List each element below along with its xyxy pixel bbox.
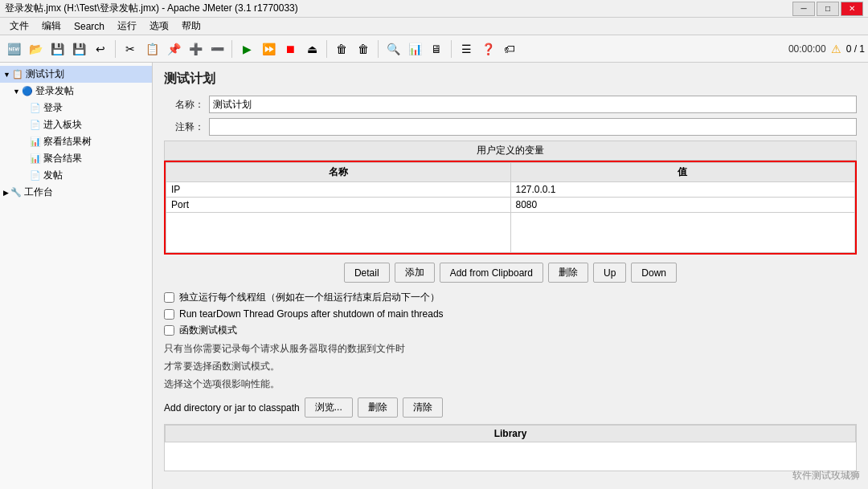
comment-input[interactable] [209,118,857,136]
tree-item-agg-results[interactable]: ▶ 📊 聚合结果 [0,150,152,167]
toolbar-help-button[interactable]: ❓ [477,39,498,59]
toolbar-start-button[interactable]: ▶ [236,39,257,59]
warning-icon: ⚠ [831,43,841,55]
toolbar-clearall-button[interactable]: 🗑 [353,39,374,59]
tree-label-agg-results: 聚合结果 [43,152,82,165]
toolbar-open-button[interactable]: 📂 [25,39,46,59]
checkbox-teardown[interactable] [164,309,174,320]
toolbar-cut-button[interactable]: ✂ [120,39,141,59]
toolbar-paste-button[interactable]: 📌 [163,39,184,59]
menu-options[interactable]: 选项 [143,18,175,35]
up-button[interactable]: Up [593,263,626,283]
tree-icon-login-post: 🔵 [22,86,33,96]
checkbox-independent-label: 独立运行每个线程组（例如在一个组运行结束后启动下一个） [179,291,440,304]
tree-label-test-plan: 测试计划 [26,67,64,81]
tree-label-enter-block: 进入板块 [43,118,82,132]
toolbar-revert-button[interactable]: ↩ [90,39,111,59]
var-section-title: 用户定义的变量 [164,141,857,161]
toolbar-sep-2 [231,40,232,58]
var-table-header-value: 值 [510,163,855,182]
menu-edit[interactable]: 编辑 [35,18,68,35]
var-table: 名称 值 IP 127.0.0.1 Port 8080 [166,162,855,253]
classpath-delete-button[interactable]: 删除 [358,397,398,418]
tree-item-login-post[interactable]: ▼ 🔵 登录发帖 [0,83,152,100]
restore-button[interactable]: □ [817,2,839,16]
info-text-2: 才常要选择函数测试模式。 [164,359,857,373]
tree-label-post: 发帖 [43,169,63,182]
menu-file[interactable]: 文件 [3,18,35,35]
tree-arrow-test-plan[interactable]: ▼ [3,71,10,79]
toolbar-test-button[interactable]: 📊 [404,39,425,59]
classpath-row: Add directory or jar to classpath 浏览... … [164,397,857,418]
toolbar-logo-button[interactable]: 🏷 [499,39,520,59]
toolbar-copy-button[interactable]: 📋 [141,39,162,59]
toolbar: 🆕 📂 💾 💾 ↩ ✂ 📋 📌 ➕ ➖ ▶ ⏩ ⏹ ⏏ 🗑 🗑 🔍 📊 🖥 ☰ … [0,35,868,63]
table-row: Port 8080 [166,198,855,213]
browse-button[interactable]: 浏览... [305,397,353,418]
toolbar-startni-button[interactable]: ⏩ [258,39,279,59]
comment-label: 注释： [164,120,204,134]
tree-item-post[interactable]: ▶ 📄 发帖 [0,167,152,184]
toolbar-icon-group-4: 🗑 🗑 [331,39,374,59]
tree-label-workbench: 工作台 [24,185,53,199]
tree-arrow-login-post[interactable]: ▼ [13,88,20,96]
detail-button[interactable]: Detail [344,263,390,283]
menubar: 文件 编辑 Search 运行 选项 帮助 [0,18,868,35]
toolbar-sep-3 [326,40,327,58]
tree-arrow-workbench[interactable]: ▶ [3,189,9,197]
toolbar-icon-group-6: ☰ ❓ 🏷 [456,39,520,59]
close-button[interactable]: ✕ [841,2,863,16]
checkbox-teardown-label: Run tearDown Thread Groups after shutdow… [179,308,444,320]
toolbar-stop-button[interactable]: ⏹ [280,39,301,59]
name-row: 名称： [164,96,857,113]
tree-item-test-plan[interactable]: ▼ 📋 测试计划 [0,66,152,83]
toolbar-clear-button[interactable]: 🗑 [331,39,352,59]
titlebar-title: 登录发帖.jmx (H:\Test\登录发帖.jmx) - Apache JMe… [5,2,792,15]
checkbox-func-mode[interactable] [164,325,174,336]
tree-item-enter-block[interactable]: ▶ 📄 进入板块 [0,116,152,133]
toolbar-search-button[interactable]: 🔍 [383,39,403,59]
clear-button[interactable]: 清除 [403,397,443,418]
toolbar-list-button[interactable]: ☰ [456,39,477,59]
titlebar: 登录发帖.jmx (H:\Test\登录发帖.jmx) - Apache JMe… [0,0,868,18]
section-title: 测试计划 [164,71,857,88]
classpath-empty-row [166,442,856,471]
var-name-ip[interactable]: IP [166,182,511,198]
tree-item-login[interactable]: ▶ 📄 登录 [0,100,152,116]
var-value-ip[interactable]: 127.0.0.1 [510,182,855,198]
tree-icon-enter-block: 📄 [30,120,41,130]
classpath-label: Add directory or jar to classpath [164,402,300,414]
tree-label-view-results: 察看结果树 [43,135,92,149]
tree-item-workbench[interactable]: ▶ 🔧 工作台 [0,184,152,201]
tree-icon-test-plan: 📋 [12,69,23,79]
toolbar-sep-4 [378,40,379,58]
menu-run[interactable]: 运行 [111,18,143,35]
tree-item-view-results[interactable]: ▶ 📊 察看结果树 [0,133,152,150]
main-layout: ▼ 📋 测试计划 ▼ 🔵 登录发帖 ▶ 📄 登录 ▶ 📄 进入板块 ▶ 📊 察 [0,63,868,489]
tree-label-login: 登录 [43,101,63,115]
checkbox-row-1: 独立运行每个线程组（例如在一个组运行结束后启动下一个） [164,291,857,304]
tree-label-login-post: 登录发帖 [35,84,74,98]
toolbar-save-button[interactable]: 💾 [47,39,68,59]
delete-button[interactable]: 删除 [548,263,588,283]
name-input[interactable] [209,96,857,113]
info-text-1: 只有当你需要记录每个请求从服务器取得的数据到文件时 [164,341,857,356]
toolbar-collapse-button[interactable]: ➖ [207,39,227,59]
toolbar-expand-button[interactable]: ➕ [185,39,206,59]
minimize-button[interactable]: ─ [792,2,815,16]
menu-search[interactable]: Search [68,19,111,34]
titlebar-controls: ─ □ ✕ [792,2,863,16]
var-value-port[interactable]: 8080 [510,198,855,213]
toolbar-shutdown-button[interactable]: ⏏ [301,39,322,59]
toolbar-icon-group-3: ▶ ⏩ ⏹ ⏏ [236,39,322,59]
menu-help[interactable]: 帮助 [175,18,207,35]
toolbar-save2-button[interactable]: 💾 [68,39,89,59]
add-clipboard-button[interactable]: Add from Clipboard [440,263,543,283]
tree-icon-workbench: 🔧 [10,187,22,198]
down-button[interactable]: Down [631,263,677,283]
checkbox-independent-threads[interactable] [164,292,174,303]
var-name-port[interactable]: Port [166,198,511,213]
toolbar-remote-button[interactable]: 🖥 [426,39,447,59]
toolbar-new-button[interactable]: 🆕 [3,39,24,59]
add-button[interactable]: 添加 [395,263,435,283]
